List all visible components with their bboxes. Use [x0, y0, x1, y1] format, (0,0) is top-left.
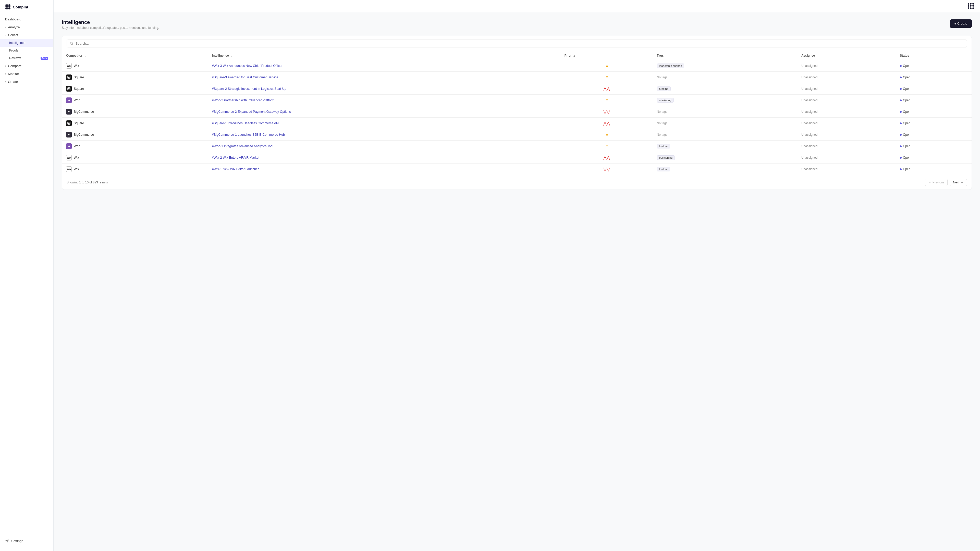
- sidebar-item-create[interactable]: › Create: [0, 78, 53, 86]
- cell-status: Open: [896, 129, 972, 141]
- svg-point-7: [7, 8, 9, 10]
- priority-medium-icon: ≡: [606, 144, 608, 148]
- status-label: Open: [903, 156, 910, 159]
- cell-status: Open: [896, 95, 972, 106]
- table-row: W Woo #Woo-2 Partnership with Influencer…: [62, 95, 972, 106]
- collect-chevron: ›: [4, 35, 7, 35]
- next-button[interactable]: Next →: [950, 179, 967, 186]
- svg-point-0: [5, 4, 7, 6]
- settings-icon: [5, 539, 9, 543]
- intelligence-link[interactable]: #Woo-1 Integrates Advanced Analytics Too…: [212, 144, 273, 148]
- table-row: Wix Wix #Wix-1 New Wix Editor Launched ⋁…: [62, 164, 972, 175]
- cell-priority: ≡: [560, 60, 653, 72]
- cell-status: Open: [896, 83, 972, 95]
- settings-item[interactable]: Settings: [0, 535, 53, 547]
- sidebar-item-reviews[interactable]: Reviews Beta: [0, 54, 53, 62]
- cell-tags: positioning: [653, 152, 797, 164]
- intelligence-sort-icon[interactable]: ⌄: [231, 55, 233, 57]
- competitor-name: Woo: [74, 98, 80, 102]
- intelligence-link[interactable]: #Wix-1 New Wix Editor Launched: [212, 167, 259, 171]
- sidebar-item-monitor[interactable]: › Monitor: [0, 70, 53, 78]
- intelligence-link[interactable]: #Square-3 Awarded for Best Customer Serv…: [212, 76, 278, 79]
- content-area: Intelligence Stay informed about competi…: [54, 12, 980, 551]
- sidebar-item-dashboard[interactable]: Dashboard: [0, 15, 53, 23]
- priority-sort-icon[interactable]: ⌄: [577, 55, 579, 57]
- sidebar-item-compare[interactable]: › Compare: [0, 62, 53, 70]
- intelligence-table: Competitor ⌄ Intelligence ⌄ Priority ⌄: [62, 51, 972, 175]
- search-icon: [70, 42, 73, 45]
- search-input[interactable]: [76, 41, 964, 45]
- no-tags: No tags: [657, 110, 667, 114]
- svg-point-3: [5, 6, 7, 8]
- topbar: [54, 0, 980, 12]
- status-dot: [900, 122, 902, 124]
- svg-rect-14: [68, 88, 70, 89]
- dashboard-label: Dashboard: [5, 17, 21, 21]
- table-row: Square #Square-1 Introduces Headless Com…: [62, 118, 972, 129]
- cell-assignee: Unassigned: [797, 129, 896, 141]
- priority-low-icon: ⋁⋁: [603, 167, 610, 171]
- competitor-sort-icon[interactable]: ⌄: [84, 55, 86, 57]
- svg-point-4: [7, 6, 9, 8]
- search-inner: [67, 40, 967, 48]
- priority-high-icon: ⋀⋀: [603, 156, 610, 160]
- app-logo: Compint: [0, 4, 53, 15]
- cell-intelligence: #Woo-2 Partnership with Influencer Platf…: [208, 95, 560, 106]
- cell-competitor: Wix Wix: [62, 164, 208, 175]
- intelligence-link[interactable]: #Square-1 Introduces Headless Commerce A…: [212, 121, 279, 125]
- analyze-chevron: ›: [5, 26, 6, 29]
- intelligence-link[interactable]: #BigCommerce-2 Expanded Payment Gateway …: [212, 110, 291, 114]
- sidebar: Compint Dashboard › Analyze › Collect In…: [0, 0, 54, 551]
- nav-section: Dashboard › Analyze › Collect Intelligen…: [0, 15, 53, 86]
- cell-tags: marketing: [653, 95, 797, 106]
- svg-point-6: [5, 8, 7, 10]
- app-name: Compint: [13, 5, 28, 9]
- tag-badge: feature: [657, 167, 670, 171]
- sidebar-item-collect[interactable]: › Collect: [0, 31, 53, 39]
- priority-medium-icon: ≡: [606, 64, 608, 68]
- intelligence-link[interactable]: #Wix-3 Wix Announces New Chief Product O…: [212, 64, 283, 68]
- priority-medium-icon: ≡: [606, 132, 608, 137]
- status-dot: [900, 145, 902, 147]
- cell-tags: leadership change: [653, 60, 797, 72]
- previous-label: Previous: [932, 181, 945, 184]
- cell-status: Open: [896, 164, 972, 175]
- cell-intelligence: #BigCommerce-1 Launches B2B E-Commerce H…: [208, 129, 560, 141]
- cell-assignee: Unassigned: [797, 95, 896, 106]
- cell-intelligence: #Wix-1 New Wix Editor Launched: [208, 164, 560, 175]
- table-row: Square #Square-2 Strategic Investment in…: [62, 83, 972, 95]
- intelligence-link[interactable]: #Wix-2 Wix Enters AR/VR Market: [212, 156, 259, 159]
- sidebar-item-analyze[interactable]: › Analyze: [0, 23, 53, 31]
- no-tags: No tags: [657, 76, 667, 79]
- status-label: Open: [903, 98, 910, 102]
- status-dot: [900, 76, 902, 78]
- sidebar-item-intelligence[interactable]: Intelligence: [0, 39, 53, 47]
- cell-competitor: Square: [62, 118, 208, 129]
- cell-intelligence: #BigCommerce-2 Expanded Payment Gateway …: [208, 106, 560, 118]
- tag-badge: leadership change: [657, 64, 684, 68]
- analyze-label: Analyze: [8, 25, 20, 29]
- sidebar-item-proofs[interactable]: Proofs: [0, 47, 53, 54]
- topbar-dots-icon: [968, 3, 974, 9]
- svg-rect-12: [68, 77, 70, 78]
- cell-intelligence: #Square-2 Strategic Investment in Logist…: [208, 83, 560, 95]
- reviews-label: Reviews: [9, 56, 21, 60]
- intelligence-link[interactable]: #BigCommerce-1 Launches B2B E-Commerce H…: [212, 133, 285, 137]
- intelligence-link[interactable]: #Woo-2 Partnership with Influencer Platf…: [212, 98, 275, 102]
- status-label: Open: [903, 133, 910, 137]
- table-footer: Showing 1 to 10 of 823 results ← Previou…: [62, 175, 972, 189]
- competitor-name: Square: [74, 76, 84, 79]
- page-subtitle: Stay informed about competitor's updates…: [62, 26, 159, 30]
- status-label: Open: [903, 76, 910, 79]
- previous-button[interactable]: ← Previous: [925, 179, 948, 186]
- cell-tags: No tags: [653, 129, 797, 141]
- competitor-name: Wix: [74, 156, 79, 159]
- intelligence-link[interactable]: #Square-2 Strategic Investment in Logist…: [212, 87, 286, 91]
- cell-competitor: BigCommerce: [62, 106, 208, 118]
- cell-competitor: Square: [62, 72, 208, 83]
- status-label: Open: [903, 144, 910, 148]
- cell-priority: ⋀⋀: [560, 83, 653, 95]
- svg-point-5: [9, 6, 11, 8]
- status-label: Open: [903, 121, 910, 125]
- create-button[interactable]: + Create: [950, 19, 972, 28]
